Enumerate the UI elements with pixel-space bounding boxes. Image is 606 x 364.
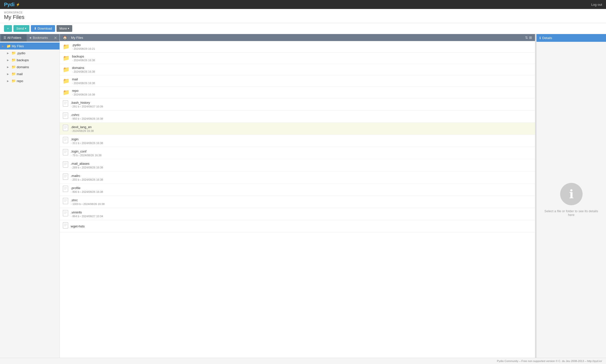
folder-icon: 📁 <box>63 78 69 84</box>
sidebar-item-repo[interactable]: ▶ 📁 repo <box>5 77 60 84</box>
file-item-name: wget-hsts <box>71 224 85 228</box>
file-icon <box>63 186 68 194</box>
file-item[interactable]: 📁.pydio› 2024/08/29 16:21 <box>60 41 535 52</box>
send-button[interactable]: Send <box>13 25 29 32</box>
details-header-label: Details <box>542 36 552 40</box>
file-item-info: .devil_lang_en› 2024/08/26 16:38 <box>71 125 94 132</box>
file-item-meta: › 311 b › 2024/08/26 16:38 <box>71 142 103 145</box>
file-item-info: .mailrc› 255 b › 2024/08/26 16:38 <box>71 174 103 181</box>
folder-icon: 📁 <box>11 58 16 62</box>
sidebar-tabs: ☰ All Folders ★ Bookmarks ✕ <box>0 34 60 42</box>
sidebar-item-label: mail <box>17 72 23 76</box>
svg-rect-10 <box>63 222 68 228</box>
file-item-info: .login› 311 b › 2024/08/26 16:38 <box>71 137 103 145</box>
expand-icon: ▶ <box>2 45 5 48</box>
file-item-info: wget-hsts <box>71 224 85 228</box>
file-icon <box>63 198 68 206</box>
folder-icon: 📁 <box>63 66 69 73</box>
details-placeholder: Select a file or folder to see its detai… <box>541 209 601 217</box>
file-item[interactable]: 📁backups› 2024/08/26 16:38 <box>60 52 535 64</box>
file-item[interactable]: .profile› 806 b › 2024/08/26 16:38 <box>60 184 535 196</box>
logo-lightning: ⚡ <box>16 3 20 6</box>
sidebar-item-myfiles[interactable]: ▶ 📁 My Files <box>0 43 60 50</box>
svg-rect-6 <box>63 174 68 180</box>
file-item-info: .profile› 806 b › 2024/08/26 16:38 <box>71 186 103 193</box>
file-item[interactable]: .mailrc› 255 b › 2024/08/26 16:38 <box>60 171 535 184</box>
svg-rect-4 <box>63 149 68 155</box>
file-icon <box>63 125 68 133</box>
file-item[interactable]: .login› 311 b › 2024/08/26 16:38 <box>60 135 535 147</box>
file-item[interactable]: 📁mail› 2024/08/26 16:38 <box>60 75 535 87</box>
bookmarks-icon: ★ <box>29 36 32 40</box>
sidebar-close-button[interactable]: ✕ <box>52 35 59 41</box>
download-icon: ⬇ <box>34 27 37 30</box>
file-icon <box>63 222 68 230</box>
file-item[interactable]: .shrc› 1003 b › 2024/08/26 16:38 <box>60 196 535 208</box>
sidebar-item-mail[interactable]: ▶ 📁 mail <box>5 70 60 77</box>
file-item[interactable]: 📁domains› 2024/08/26 16:38 <box>60 64 535 75</box>
more-button[interactable]: More <box>57 25 72 32</box>
file-item-name: .pydio <box>72 43 95 47</box>
file-item[interactable]: 📁repo› 2024/08/26 16:38 <box>60 87 535 98</box>
file-browser: 🏠 › My Files ⇅ ⊞ 📁.pydio› 2024/08/29 16:… <box>60 34 535 358</box>
file-item-info: .login_conf› 79 b › 2024/08/26 16:38 <box>71 150 102 157</box>
file-item[interactable]: .login_conf› 79 b › 2024/08/26 16:38 <box>60 147 535 159</box>
expand-icon: ▶ <box>7 66 10 68</box>
expand-icon: ▶ <box>7 73 10 75</box>
file-list: 📁.pydio› 2024/08/29 16:21📁backups› 2024/… <box>60 41 535 358</box>
view-icon[interactable]: ⊞ <box>529 36 532 40</box>
file-item[interactable]: wget-hsts <box>60 220 535 232</box>
file-icon <box>63 137 68 145</box>
home-icon[interactable]: 🏠 <box>63 36 67 40</box>
folder-icon: 📁 <box>11 65 16 69</box>
tab-bookmarks[interactable]: ★ Bookmarks <box>27 34 52 42</box>
logo-icon: Pydi <box>4 2 14 7</box>
download-button[interactable]: ⬇ Download <box>31 25 55 32</box>
file-item[interactable]: .cshrc› 950 b › 2024/08/26 16:38 <box>60 110 535 123</box>
info-icon: ℹ <box>560 183 583 205</box>
expand-icon: ▶ <box>7 59 10 61</box>
logout-button[interactable]: Log out <box>591 3 602 6</box>
file-item[interactable]: .bash_history› 291 b › 2024/08/27 10:39 <box>60 98 535 110</box>
logo: Pydi ⚡ <box>4 2 20 7</box>
svg-rect-8 <box>63 198 68 204</box>
breadcrumb-path: My Files <box>71 36 83 40</box>
workspace-label: Workspace <box>4 11 602 14</box>
sidebar-item-backups[interactable]: ▶ 📁 backups <box>5 56 60 63</box>
file-item[interactable]: .mail_aliases› 289 b › 2024/08/26 16:38 <box>60 159 535 171</box>
file-item-name: repo <box>72 89 95 93</box>
sidebar-item-label: .pydio <box>17 51 25 55</box>
file-item[interactable]: .devil_lang_en› 2024/08/26 16:38 <box>60 123 535 135</box>
tab-all-folders[interactable]: ☰ All Folders <box>1 34 27 42</box>
svg-rect-2 <box>63 125 68 131</box>
svg-rect-1 <box>63 113 68 119</box>
add-button[interactable]: + <box>4 25 12 32</box>
folder-icon: 📁 <box>6 44 11 48</box>
file-item-name: domains <box>72 66 95 70</box>
file-item-meta: › 291 b › 2024/08/27 10:39 <box>71 105 103 108</box>
file-item-name: .cshrc <box>71 113 103 117</box>
sidebar-children: ▶ 📁 .pydio ▶ 📁 backups ▶ 📁 domains ▶ 📁 <box>0 50 60 84</box>
file-item-name: .login <box>71 137 103 141</box>
sort-icon[interactable]: ⇅ <box>525 36 528 40</box>
file-item[interactable]: .viminfo› 864 b › 2024/08/27 10:34 <box>60 208 535 220</box>
workspace-header: Workspace My Files <box>0 9 606 23</box>
sidebar-item-domains[interactable]: ▶ 📁 domains <box>5 63 60 70</box>
file-item-info: .mail_aliases› 289 b › 2024/08/26 16:38 <box>71 162 103 169</box>
file-item-meta: › 864 b › 2024/08/27 10:34 <box>71 215 103 218</box>
sidebar-item-label: backups <box>17 58 29 62</box>
file-item-info: repo› 2024/08/26 16:38 <box>72 89 95 96</box>
file-item-meta: › 79 b › 2024/08/26 16:38 <box>71 154 102 157</box>
breadcrumb-bar: 🏠 › My Files ⇅ ⊞ <box>60 34 535 41</box>
file-item-name: .profile <box>71 186 103 190</box>
sidebar-item-label: domains <box>17 65 29 69</box>
file-item-name: backups <box>72 54 95 58</box>
file-item-info: .shrc› 1003 b › 2024/08/26 16:38 <box>71 198 105 206</box>
file-item-meta: › 2024/08/29 16:21 <box>72 47 95 50</box>
file-item-name: mail <box>72 77 95 81</box>
file-item-info: .bash_history› 291 b › 2024/08/27 10:39 <box>71 101 103 108</box>
file-item-meta: › 806 b › 2024/08/26 16:38 <box>71 190 103 193</box>
expand-icon: ▶ <box>7 52 10 54</box>
file-item-name: .mail_aliases <box>71 162 103 165</box>
sidebar-item-pydio[interactable]: ▶ 📁 .pydio <box>5 50 60 56</box>
